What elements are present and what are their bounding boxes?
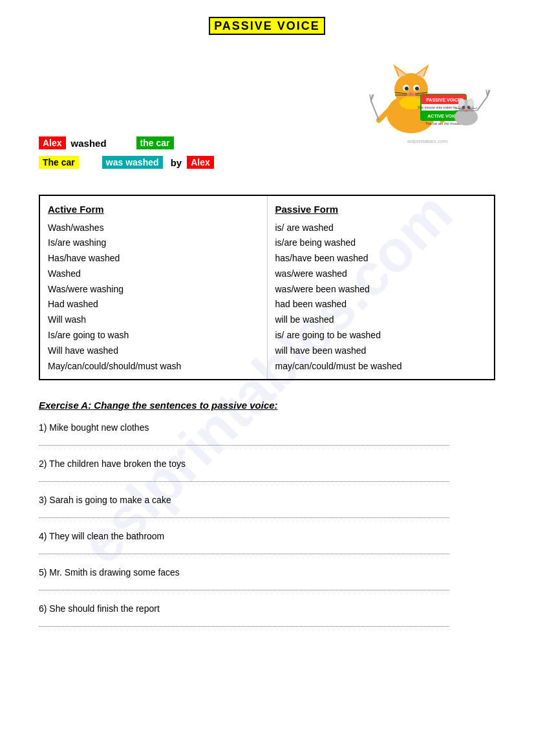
answer-line	[39, 508, 449, 518]
exercise-question: 6) She should finish the report	[39, 603, 495, 614]
table-row: May/can/could/should/must wash	[48, 359, 259, 374]
list-item: 5) Mr. Smith is drawing some faces	[39, 567, 495, 590]
passive-form-header: Passive Form	[275, 201, 487, 218]
svg-point-34	[462, 106, 465, 109]
subject-the-car: The car	[39, 156, 79, 169]
table-row: is/ are washed	[275, 221, 487, 236]
answer-line	[39, 616, 449, 627]
forms-table: Active Form Wash/washesIs/are washingHas…	[39, 195, 495, 380]
page-title-section: PASSIVE VOICE	[39, 19, 495, 33]
table-row: Has/have washed	[48, 251, 259, 266]
table-row: is/are being washed	[275, 235, 487, 251]
svg-point-11	[408, 92, 414, 96]
table-row: had been washed	[275, 297, 487, 312]
list-item: 4) They will clean the bathroom	[39, 531, 495, 554]
table-row: has/have been washed	[275, 251, 487, 266]
active-form-header: Active Form	[48, 201, 259, 218]
cat-svg: PASSIVE VOICE The mouse was eaten by the…	[359, 46, 495, 149]
cat-illustration: PASSIVE VOICE The mouse was eaten by the…	[359, 46, 495, 149]
table-row: Had washed	[48, 297, 259, 312]
exercise-section: Exercise A: Change the sentences to pass…	[39, 400, 495, 627]
passive-form-rows: is/ are washedis/are being washedhas/hav…	[275, 221, 487, 374]
table-row: will have been washed	[275, 343, 487, 359]
list-item: 1) Mike bought new clothes	[39, 422, 495, 446]
top-section: Alex washed the car The car was washed b…	[39, 46, 495, 175]
exercise-items: 1) Mike bought new clothes2) The childre…	[39, 422, 495, 627]
answer-line	[39, 580, 449, 590]
object-the-car: the car	[136, 136, 174, 149]
svg-text:PASSIVE VOICE: PASSIVE VOICE	[426, 98, 461, 102]
exercise-question: 2) The children have broken the toys	[39, 459, 495, 469]
answer-line	[39, 471, 449, 482]
svg-text:The cat ate the mouse.: The cat ate the mouse.	[425, 122, 462, 125]
active-sentence: Alex washed the car	[39, 136, 359, 149]
list-item: 6) She should finish the report	[39, 603, 495, 627]
svg-point-36	[464, 109, 468, 112]
exercise-question: 4) They will clean the bathroom	[39, 531, 495, 541]
list-item: 2) The children have broken the toys	[39, 459, 495, 482]
passive-form-column: Passive Form is/ are washedis/are being …	[267, 195, 495, 380]
subject-alex: Alex	[39, 136, 66, 149]
answer-line	[39, 435, 449, 446]
table-row: was/were been washed	[275, 282, 487, 297]
table-row: Is/are going to wash	[48, 328, 259, 343]
table-row: may/can/could/must be washed	[275, 359, 487, 374]
svg-point-35	[467, 106, 471, 109]
table-row: Will have washed	[48, 343, 259, 359]
table-row: was/were washed	[275, 266, 487, 282]
passive-sentence: The car was washed by Alex	[39, 156, 359, 169]
svg-point-9	[405, 87, 409, 91]
top-left-content: Alex washed the car The car was washed b…	[39, 46, 359, 175]
agent-alex: Alex	[187, 156, 214, 169]
list-item: 3) Sarah is going to make a cake	[39, 495, 495, 518]
verb-was-washed: was washed	[102, 156, 163, 169]
table-row: Was/were washing	[48, 282, 259, 297]
table-row: will be washed	[275, 312, 487, 328]
table-row: Will wash	[48, 312, 259, 328]
table-row: is/ are going to be washed	[275, 328, 487, 343]
active-form-column: Active Form Wash/washesIs/are washingHas…	[39, 195, 267, 380]
svg-point-10	[415, 87, 419, 91]
exercise-question: 5) Mr. Smith is drawing some faces	[39, 567, 495, 578]
exercise-question: 3) Sarah is going to make a cake	[39, 495, 495, 505]
verb-washed: washed	[71, 138, 107, 149]
active-form-rows: Wash/washesIs/are washingHas/have washed…	[48, 221, 259, 374]
table-row: Washed	[48, 266, 259, 282]
exercise-question: 1) Mike bought new clothes	[39, 422, 495, 433]
table-row: Is/are washing	[48, 235, 259, 251]
table-row: Wash/washes	[48, 221, 259, 236]
svg-text:eslprintables.com: eslprintables.com	[407, 138, 448, 144]
by-word: by	[168, 157, 182, 168]
answer-line	[39, 544, 449, 554]
page-title: PASSIVE VOICE	[209, 17, 325, 35]
exercise-title: Exercise A: Change the sentences to pass…	[39, 400, 495, 411]
